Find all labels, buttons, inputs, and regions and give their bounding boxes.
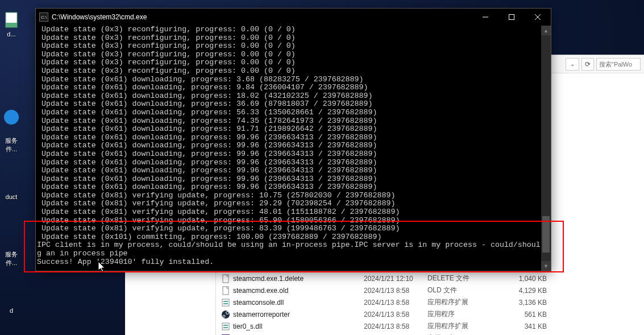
svg-point-2 <box>4 110 19 125</box>
minimize-button[interactable] <box>472 9 498 26</box>
file-icon <box>221 322 231 331</box>
chevron-down-icon: ▼ <box>543 263 549 269</box>
desktop-icon[interactable]: duct <box>0 193 23 200</box>
desktop-icon[interactable] <box>0 108 23 127</box>
maximize-icon <box>509 14 514 20</box>
chevron-up-icon: ▲ <box>543 28 549 34</box>
svg-rect-4 <box>223 287 228 295</box>
scroll-up-button[interactable]: ▲ <box>541 26 551 35</box>
desktop-icon[interactable]: 服务 件... <box>0 137 23 154</box>
file-type: DELETE 文件 <box>427 274 501 283</box>
minimize-icon <box>483 14 488 20</box>
svg-rect-11 <box>222 323 229 330</box>
file-row[interactable]: steamconsole.dll2024/1/13 8:58应用程序扩展3,13… <box>216 296 644 308</box>
refresh-icon: ⟳ <box>585 60 591 68</box>
desktop-icon-label: 服务 件... <box>5 251 18 266</box>
cmd-scrollbar[interactable]: ▲ ▼ <box>541 26 551 271</box>
file-row[interactable]: ∞Visual_C RuntimePack_3.0.22.03172024/1/… <box>216 332 644 335</box>
file-size: 4,129 KB <box>501 287 547 295</box>
desktop-icon-label: duct <box>6 193 18 200</box>
file-size: 3,136 KB <box>501 299 547 307</box>
cmd-output: Update state (0x3) reconfiguring, progre… <box>36 26 541 271</box>
file-size: 561 KB <box>501 311 547 319</box>
desktop-icon-label: d... <box>7 31 15 38</box>
svg-rect-7 <box>223 303 228 304</box>
file-list: steamcmd.exe.1.delete2024/1/21 12:10DELE… <box>216 272 644 335</box>
file-size: 1,040 KB <box>501 275 547 283</box>
file-icon <box>221 298 231 307</box>
file-date: 2024/1/13 8:58 <box>364 322 427 330</box>
file-name: steamconsole.dll <box>233 299 364 307</box>
file-name: steamcmd.exe.old <box>233 287 364 295</box>
address-dropdown[interactable]: ⌄ <box>566 58 579 71</box>
close-button[interactable] <box>525 9 551 26</box>
svg-rect-17 <box>509 15 514 20</box>
file-row[interactable]: tier0_s.dll2024/1/13 8:58应用程序扩展341 KB <box>216 320 644 332</box>
file-date: 2024/1/13 8:58 <box>364 311 427 319</box>
file-row[interactable]: steamcmd.exe.old2024/1/13 8:58OLD 文件4,12… <box>216 284 644 296</box>
close-icon <box>535 14 541 20</box>
file-name: steamcmd.exe.1.delete <box>233 275 364 283</box>
svg-rect-1 <box>6 23 17 27</box>
file-icon <box>221 310 231 319</box>
svg-rect-3 <box>223 275 228 283</box>
cmd-titlebar[interactable]: C:\ C:\Windows\system32\cmd.exe <box>36 9 551 26</box>
cmd-body[interactable]: Update state (0x3) reconfiguring, progre… <box>36 26 551 271</box>
file-type: 应用程序扩展 <box>427 297 501 307</box>
file-name: tier0_s.dll <box>233 322 364 330</box>
svg-rect-12 <box>223 325 228 326</box>
desktop-icon[interactable]: 服务 件... <box>0 250 23 267</box>
file-type: 应用程序 <box>427 309 501 319</box>
file-row[interactable]: steamcmd.exe.1.delete2024/1/21 12:10DELE… <box>216 272 644 284</box>
cmd-title-text: C:\Windows\system32\cmd.exe <box>52 13 472 21</box>
desktop-icon-label: 服务 件... <box>5 137 18 152</box>
file-row[interactable]: steamerrorreporter2024/1/13 8:58应用程序561 … <box>216 308 644 320</box>
generic-file-icon <box>2 11 20 30</box>
file-icon <box>221 274 231 283</box>
file-date: 2024/1/13 8:58 <box>364 287 427 295</box>
svg-rect-13 <box>223 327 228 328</box>
svg-rect-6 <box>223 301 228 302</box>
file-name: steamerrorreporter <box>233 311 364 319</box>
file-type: OLD 文件 <box>427 286 501 295</box>
maximize-button[interactable] <box>498 9 525 26</box>
explorer-search-input[interactable] <box>596 58 641 71</box>
app-icon <box>2 108 20 126</box>
file-size: 341 KB <box>501 322 547 330</box>
chevron-down-icon: ⌄ <box>570 61 575 67</box>
refresh-button[interactable]: ⟳ <box>581 58 594 71</box>
desktop-icon[interactable]: d... <box>0 11 23 38</box>
desktop-icon[interactable]: d <box>0 307 23 314</box>
file-date: 2024/1/21 12:10 <box>364 275 427 283</box>
svg-rect-5 <box>222 299 229 306</box>
scrollbar-thumb[interactable] <box>542 216 550 253</box>
file-icon <box>221 286 231 295</box>
desktop-icon-label: d <box>10 307 13 314</box>
file-date: 2024/1/13 8:58 <box>364 299 427 307</box>
scroll-down-button[interactable]: ▼ <box>541 261 551 271</box>
cmd-icon: C:\ <box>39 13 48 22</box>
file-type: 应用程序扩展 <box>427 321 501 331</box>
cmd-window[interactable]: C:\ C:\Windows\system32\cmd.exe Update s… <box>35 8 551 271</box>
